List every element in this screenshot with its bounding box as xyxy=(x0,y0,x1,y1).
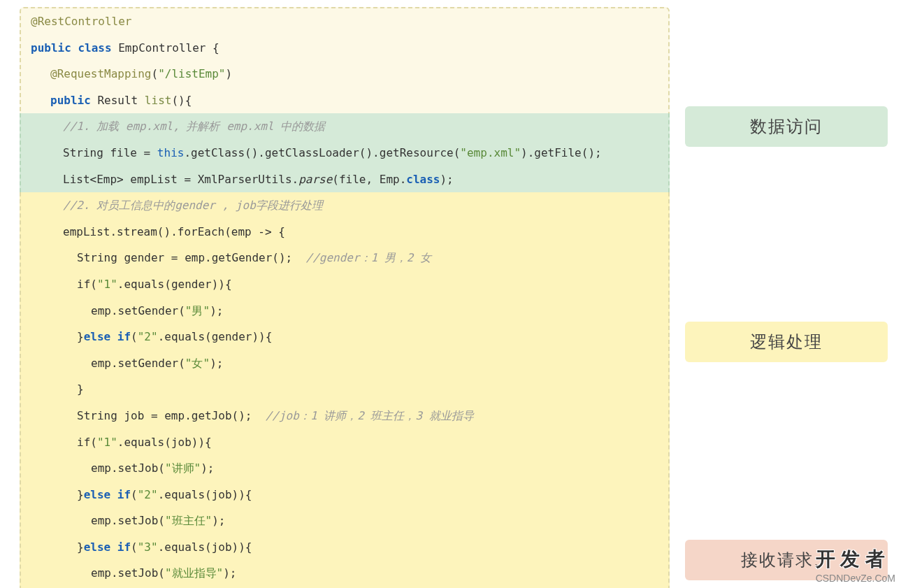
code-line: }else if("2".equals(gender)){ xyxy=(21,324,668,350)
section-data-access: //1. 加载 emp.xml, 并解析 emp.xml 中的数据 String… xyxy=(20,113,670,192)
code-line: emp.setJob("就业指导"); xyxy=(21,560,668,587)
code-line: } xyxy=(21,376,668,403)
code-block: @RestController public class EmpControll… xyxy=(20,7,670,588)
code-line: public class EmpController { xyxy=(21,35,668,62)
code-line: //1. 加载 emp.xml, 并解析 emp.xml 中的数据 xyxy=(21,113,668,140)
code-line: }else if("3".equals(job)){ xyxy=(21,534,668,561)
code-line: empList.stream().forEach(emp -> { xyxy=(21,219,668,245)
code-line: emp.setGender("女"); xyxy=(21,350,668,377)
code-line: }else if("2".equals(job)){ xyxy=(21,482,668,508)
code-line: @RestController xyxy=(21,8,668,35)
code-line: String file = this.getClass().getClassLo… xyxy=(21,140,668,166)
label-logic: 逻辑处理 xyxy=(685,322,888,362)
code-line: if("1".equals(gender)){ xyxy=(21,271,668,298)
watermark: 开 发 者 CSDNDevZe.CoM xyxy=(816,546,895,584)
code-line: emp.setGender("男"); xyxy=(21,298,668,324)
code-line: @RequestMapping("/listEmp") xyxy=(21,61,668,87)
code-line: public Result list(){ xyxy=(21,87,668,114)
code-line: String job = emp.getJob(); //job：1 讲师，2 … xyxy=(21,403,668,429)
code-line: if("1".equals(job)){ xyxy=(21,429,668,456)
code-line: String gender = emp.getGender(); //gende… xyxy=(21,245,668,271)
section-logic: //2. 对员工信息中的gender , job字段进行处理 empList.s… xyxy=(20,192,670,588)
label-data-access: 数据访问 xyxy=(685,106,888,147)
code-line: //2. 对员工信息中的gender , job字段进行处理 xyxy=(21,192,668,219)
code-line: List<Emp> empList = XmlParserUtils.parse… xyxy=(21,166,668,193)
code-line: emp.setJob("讲师"); xyxy=(21,455,668,482)
code-line: emp.setJob("班主任"); xyxy=(21,508,668,534)
